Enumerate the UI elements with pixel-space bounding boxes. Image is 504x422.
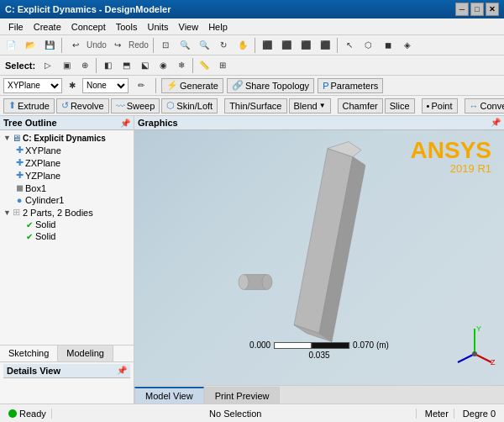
thin-label: Thin/Surface xyxy=(229,101,281,111)
sweep-icon: 〰 xyxy=(116,101,125,111)
zoom-in[interactable]: 🔍 xyxy=(176,37,194,54)
body-select[interactable]: ◈ xyxy=(398,37,417,54)
point-button[interactable]: • Point xyxy=(422,98,458,113)
tree-solid2-label: Solid xyxy=(35,231,55,241)
select-extend[interactable]: ⊕ xyxy=(76,57,94,74)
tab-sketching[interactable]: Sketching xyxy=(0,346,58,362)
look-right[interactable]: ⬛ xyxy=(297,37,315,54)
tree-parts[interactable]: ▼ ⊞ 2 Parts, 2 Bodies xyxy=(2,206,132,219)
menu-concept[interactable]: Concept xyxy=(66,20,111,34)
revolve-button[interactable]: ↺ Revolve xyxy=(56,98,109,113)
undo-button[interactable]: ↩ xyxy=(66,37,85,54)
bottom-tab-bar: Model View Print Preview xyxy=(134,385,504,404)
parts-icon: ⊞ xyxy=(11,207,23,218)
blend-button[interactable]: Blend ▼ xyxy=(289,98,331,113)
menu-view[interactable]: View xyxy=(174,20,204,34)
tree-xyplane[interactable]: ✚ XYPlane xyxy=(2,144,132,156)
sketch-icon[interactable]: ✏ xyxy=(132,77,150,94)
look-front[interactable]: ⬛ xyxy=(258,37,276,54)
thin-surface-button[interactable]: Thin/Surface xyxy=(224,98,286,113)
generate-button[interactable]: ⚡ Generate xyxy=(161,78,223,93)
shaded[interactable]: ◉ xyxy=(154,57,172,74)
solid2-check-icon: ✔ xyxy=(24,232,35,241)
slice-button[interactable]: Slice xyxy=(385,98,415,113)
tree-yzplane[interactable]: ✚ YZPlane xyxy=(2,169,132,182)
title-bar: C: Explicit Dynamics - DesignModeler ─ □… xyxy=(0,0,504,18)
minimize-button[interactable]: ─ xyxy=(455,3,469,16)
extrude-label: Extrude xyxy=(18,101,50,111)
plane-select[interactable]: XYPlane xyxy=(3,78,62,93)
blend-label: Blend xyxy=(294,101,318,111)
menu-create[interactable]: Create xyxy=(29,20,66,34)
svg-line-11 xyxy=(458,354,475,362)
sketch-model-tabs: Sketching Modeling xyxy=(0,345,134,361)
axis-indicator: Y Z xyxy=(454,324,496,368)
zoom-out[interactable]: 🔍 xyxy=(195,37,213,54)
tab-model-view[interactable]: Model View xyxy=(134,387,204,404)
grid[interactable]: ⊞ xyxy=(213,57,232,74)
tree-cylinder1[interactable]: ● Cylinder1 xyxy=(2,194,132,206)
tree-zxplane[interactable]: ✚ ZXPlane xyxy=(2,156,132,169)
menu-file[interactable]: File xyxy=(3,20,29,34)
menu-tools[interactable]: Tools xyxy=(111,20,143,34)
select-box[interactable]: ▣ xyxy=(57,57,76,74)
conversion-button[interactable]: ↔ Conversion xyxy=(465,98,504,113)
pan[interactable]: ✋ xyxy=(234,37,252,54)
tree-box1[interactable]: ◼ Box1 xyxy=(2,182,132,194)
view-style[interactable]: ◧ xyxy=(98,57,117,74)
redo-button[interactable]: ↪ xyxy=(108,37,127,54)
sep4 xyxy=(337,38,338,53)
extrude-button[interactable]: ⬆ Extrude xyxy=(3,98,55,113)
close-button[interactable]: ✕ xyxy=(486,3,499,16)
box1-icon: ◼ xyxy=(13,182,25,193)
sweep-button[interactable]: 〰 Sweep xyxy=(111,98,160,113)
expand-icon: ▼ xyxy=(3,134,11,142)
zoom-fit[interactable]: ⊡ xyxy=(156,37,175,54)
save-button[interactable]: 💾 xyxy=(40,37,59,54)
tree-solid2[interactable]: ✔ Solid xyxy=(2,230,132,242)
tab-modeling[interactable]: Modeling xyxy=(58,346,113,361)
cylinder-body xyxy=(239,275,272,290)
wireframe[interactable]: ⬕ xyxy=(135,57,154,74)
cylinder1-icon: ● xyxy=(13,195,25,205)
measure[interactable]: 📏 xyxy=(195,57,213,74)
graphics-header: Graphics 📌 xyxy=(134,116,504,130)
viewport[interactable]: ANSYS 2019 R1 xyxy=(134,130,504,385)
status-ready-area: Ready xyxy=(3,409,52,419)
tree-root[interactable]: ▼ 🖥 C: Explicit Dynamics xyxy=(2,132,132,144)
point-icon: • xyxy=(427,101,430,111)
skin-loft-button[interactable]: ⬡ Skin/Loft xyxy=(161,98,218,113)
tree-parts-label: 2 Parts, 2 Bodies xyxy=(23,208,93,218)
new-button[interactable]: 📄 xyxy=(2,37,20,54)
tree-solid1-label: Solid xyxy=(35,219,55,229)
bar-body xyxy=(294,142,365,342)
blend-arrow[interactable]: ▼ xyxy=(319,102,326,109)
plane-orient[interactable]: ✱ xyxy=(66,77,79,94)
menu-units[interactable]: Units xyxy=(142,20,173,34)
select-single[interactable]: ▷ xyxy=(39,57,57,74)
freeze[interactable]: ❄ xyxy=(172,57,191,74)
tree-solid1[interactable]: ✔ Solid xyxy=(2,219,132,230)
share-icon: 🔗 xyxy=(232,80,244,91)
menu-help[interactable]: Help xyxy=(203,20,233,34)
look-top[interactable]: ⬛ xyxy=(277,37,296,54)
sketch-select[interactable]: None xyxy=(82,78,129,93)
parameters-button[interactable]: P Parameters xyxy=(318,78,383,93)
look-iso[interactable]: ⬛ xyxy=(316,37,334,54)
rotate[interactable]: ↻ xyxy=(214,37,233,54)
open-button[interactable]: 📂 xyxy=(21,37,39,54)
edge-color[interactable]: ⬒ xyxy=(117,57,135,74)
tree-box1-label: Box1 xyxy=(25,183,46,193)
svg-text:Y: Y xyxy=(476,324,481,333)
skinloft-icon: ⬡ xyxy=(166,100,175,111)
undo-redo-group: ↩ Undo ↪ Redo xyxy=(65,37,150,54)
window-controls[interactable]: ─ □ ✕ xyxy=(455,3,499,16)
conversion-label: Conversion xyxy=(480,101,504,111)
cursor[interactable]: ↖ xyxy=(340,37,359,54)
edge-select[interactable]: ⬡ xyxy=(360,37,378,54)
face-select[interactable]: ◼ xyxy=(379,37,397,54)
maximize-button[interactable]: □ xyxy=(470,3,484,16)
chamfer-button[interactable]: Chamfer xyxy=(338,98,383,113)
share-topology-button[interactable]: 🔗 Share Topology xyxy=(227,78,314,93)
tab-print-preview[interactable]: Print Preview xyxy=(204,387,281,404)
